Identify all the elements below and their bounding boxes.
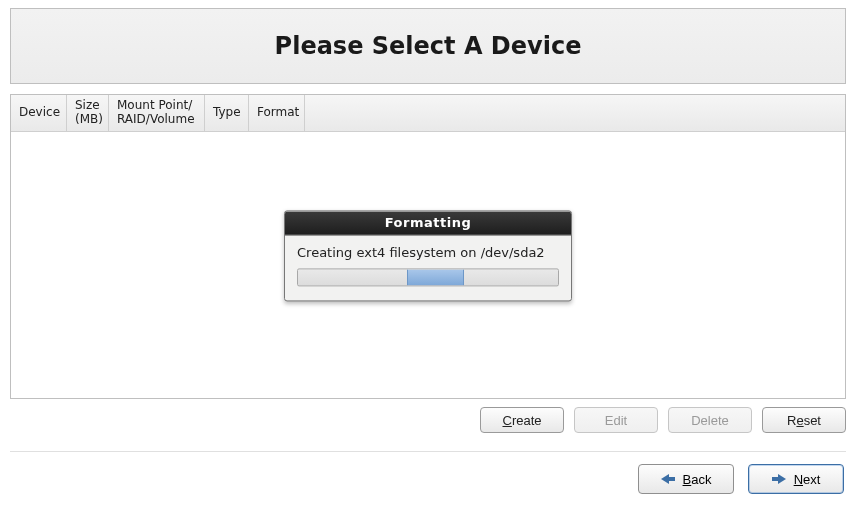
formatting-dialog: Formatting Creating ext4 filesystem on /… (284, 210, 572, 301)
back-button-label: Back (683, 472, 712, 487)
col-size[interactable]: Size (MB) (67, 95, 109, 131)
col-type[interactable]: Type (205, 95, 249, 131)
next-button[interactable]: Next (748, 464, 844, 494)
col-mount[interactable]: Mount Point/ RAID/Volume (109, 95, 205, 131)
edit-button-label: Edit (605, 413, 627, 428)
progress-chunk (407, 269, 464, 285)
col-device[interactable]: Device (11, 95, 67, 131)
dialog-title: Formatting (285, 211, 571, 235)
col-spacer (305, 95, 845, 131)
device-table: Device Size (MB) Mount Point/ RAID/Volum… (10, 94, 846, 399)
dialog-body: Creating ext4 filesystem on /dev/sda2 (285, 235, 571, 300)
col-format[interactable]: Format (249, 95, 305, 131)
dialog-message: Creating ext4 filesystem on /dev/sda2 (297, 245, 559, 260)
table-body: Formatting Creating ext4 filesystem on /… (11, 132, 845, 398)
edit-button: Edit (574, 407, 658, 433)
title-panel: Please Select A Device (10, 8, 846, 84)
delete-button: Delete (668, 407, 752, 433)
reset-button-label: Reset (787, 413, 821, 428)
page-title: Please Select A Device (275, 32, 582, 60)
arrow-right-icon (772, 474, 786, 484)
nav-row: Back Next (10, 464, 846, 494)
partition-buttons: Create Edit Delete Reset (10, 407, 846, 433)
create-button[interactable]: Create (480, 407, 564, 433)
next-button-label: Next (794, 472, 821, 487)
divider (10, 451, 846, 452)
arrow-left-icon (661, 474, 675, 484)
table-header-row: Device Size (MB) Mount Point/ RAID/Volum… (11, 95, 845, 132)
create-button-label: Create (502, 413, 541, 428)
back-button[interactable]: Back (638, 464, 734, 494)
progress-bar (297, 268, 559, 286)
delete-button-label: Delete (691, 413, 729, 428)
reset-button[interactable]: Reset (762, 407, 846, 433)
